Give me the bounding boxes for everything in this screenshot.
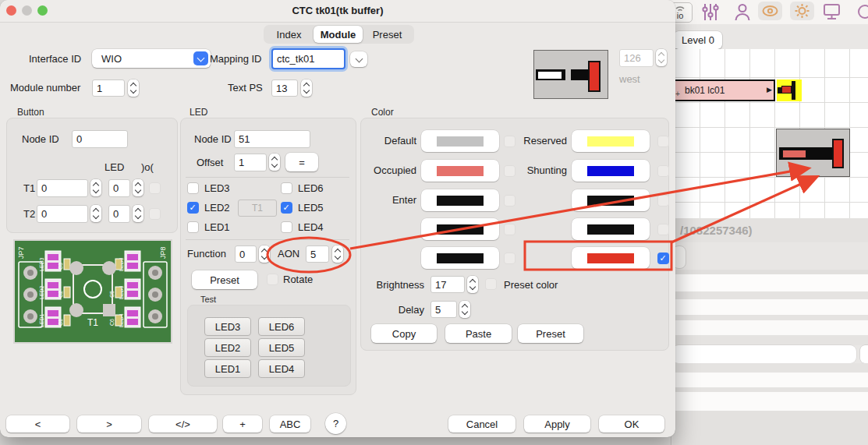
add-button[interactable]: +	[223, 415, 262, 433]
led-preset-button[interactable]: Preset	[192, 270, 257, 289]
enter-checkbox[interactable]	[504, 195, 515, 207]
cancel-button[interactable]: Cancel	[448, 415, 515, 433]
led-node-id-input[interactable]: 51	[234, 130, 310, 148]
text-ps-input[interactable]: 13	[271, 79, 298, 97]
tab-module[interactable]: Module	[314, 26, 363, 43]
occupied-color-button[interactable]	[421, 160, 499, 182]
copy-button[interactable]: Copy	[371, 324, 437, 343]
preset-color-checkbox[interactable]	[485, 278, 497, 290]
sun-icon[interactable]	[790, 2, 814, 20]
led-preset-label: Preset	[210, 274, 239, 286]
tab-preset[interactable]: Preset	[363, 26, 412, 43]
paste-button[interactable]: Paste	[445, 324, 512, 343]
button-node-id-input[interactable]: 0	[72, 130, 128, 148]
test-led2-button[interactable]: LED2	[204, 338, 251, 357]
color-button-8[interactable]	[421, 247, 499, 269]
aon-stepper[interactable]	[332, 245, 343, 263]
t1-stepper[interactable]	[90, 179, 101, 196]
enter-color-button[interactable]	[421, 189, 499, 211]
person-icon[interactable]	[733, 2, 752, 24]
rotate-checkbox[interactable]	[267, 274, 278, 285]
shunting-color-button[interactable]	[572, 160, 650, 182]
eye-icon[interactable]	[758, 2, 782, 20]
preview-number-stepper[interactable]	[656, 49, 667, 66]
color-checkbox-6[interactable]	[504, 224, 515, 235]
interface-id-popup[interactable]: WIO	[92, 49, 211, 68]
t2-led-stepper[interactable]	[133, 205, 143, 222]
tab-index[interactable]: Index	[264, 26, 314, 43]
track-block[interactable]: bk01 lc01 + ▶	[672, 79, 775, 101]
brightness-input[interactable]: 17	[430, 276, 465, 293]
color-checkbox-7[interactable]	[657, 224, 669, 235]
reserved-checkbox[interactable]	[657, 136, 669, 147]
led6-checkbox[interactable]	[281, 182, 292, 194]
offset-input[interactable]: 1	[234, 154, 267, 171]
function-stepper[interactable]	[259, 245, 270, 263]
module-number-input[interactable]: 1	[92, 79, 125, 97]
level-tab[interactable]: Level 0	[674, 31, 722, 49]
color-checkbox-8[interactable]	[504, 253, 515, 264]
test-led4-button[interactable]: LED4	[258, 359, 305, 378]
color-checkbox-5[interactable]	[657, 195, 669, 207]
apply-button[interactable]: Apply	[524, 415, 590, 433]
led1-checkbox[interactable]	[187, 221, 199, 233]
led4-checkbox[interactable]	[281, 221, 292, 233]
function-input[interactable]: 0	[235, 245, 257, 263]
test-led6-button[interactable]: LED6	[258, 317, 305, 336]
t1-input[interactable]: 0	[37, 179, 88, 197]
monitor-icon[interactable]	[823, 2, 841, 24]
ok-button[interactable]: OK	[599, 415, 664, 433]
delay-input[interactable]: 5	[430, 301, 457, 318]
tab-bar: Index Module Preset	[264, 25, 414, 44]
t2-stepper[interactable]	[90, 205, 101, 222]
delay-stepper[interactable]	[459, 301, 470, 318]
buffer-cell[interactable]	[777, 79, 802, 101]
brightness-stepper[interactable]	[467, 276, 478, 293]
equals-button[interactable]: =	[285, 153, 318, 171]
default-color-button[interactable]	[421, 130, 499, 152]
nav-prev-button[interactable]: <	[6, 415, 69, 433]
mapping-id-input[interactable]: ctc_tk01	[271, 48, 345, 69]
module-number-stepper[interactable]	[128, 79, 139, 97]
led2-checkbox[interactable]	[187, 202, 199, 214]
led5-checkbox[interactable]	[281, 202, 292, 214]
titlebar[interactable]: CTC tk01(tk buffer)	[0, 0, 675, 23]
test-led1-button[interactable]: LED1	[204, 359, 251, 378]
reserved-color-button[interactable]	[572, 130, 650, 152]
t1-led-stepper[interactable]	[133, 179, 143, 196]
color-button-6[interactable]	[421, 218, 499, 240]
text-ps-stepper[interactable]	[301, 79, 312, 97]
led3-checkbox[interactable]	[187, 182, 199, 194]
mapping-id-dropdown-button[interactable]	[350, 51, 367, 67]
filters-icon[interactable]	[701, 2, 720, 24]
led1-label: LED1	[204, 221, 230, 235]
color-button-5[interactable]	[572, 189, 650, 211]
help-button[interactable]: ?	[325, 413, 346, 434]
test-led3-button[interactable]: LED3	[204, 317, 251, 336]
selected-track-element[interactable]	[776, 129, 850, 177]
test-led5-button[interactable]: LED5	[258, 338, 305, 357]
offset-stepper[interactable]	[269, 154, 280, 171]
special-color-checkbox[interactable]	[657, 253, 669, 264]
shunting-checkbox[interactable]	[657, 165, 669, 177]
aon-label: AON	[278, 247, 299, 261]
color-button-7[interactable]	[572, 218, 650, 240]
background-input-row[interactable]	[672, 345, 856, 363]
interface-id-label: Interface ID	[29, 52, 81, 66]
t2-contact-checkbox[interactable]	[149, 208, 161, 220]
circle-icon[interactable]	[854, 2, 868, 24]
nav-next-button[interactable]: >	[77, 415, 141, 433]
abc-button[interactable]: ABC	[270, 415, 310, 433]
background-side-button[interactable]	[860, 345, 868, 363]
color-preset-button[interactable]: Preset	[518, 324, 583, 343]
preview-number-input[interactable]: 126	[619, 49, 654, 67]
t1-contact-checkbox[interactable]	[149, 182, 161, 194]
t2-input[interactable]: 0	[37, 205, 88, 223]
aon-input[interactable]: 5	[306, 245, 329, 263]
code-button[interactable]: </>	[149, 415, 217, 433]
special-color-button[interactable]	[572, 247, 650, 269]
t1-led-input[interactable]: 0	[108, 179, 130, 197]
test-group-title: Test	[200, 295, 216, 304]
t2-led-input[interactable]: 0	[108, 205, 130, 223]
background-row	[672, 411, 868, 445]
